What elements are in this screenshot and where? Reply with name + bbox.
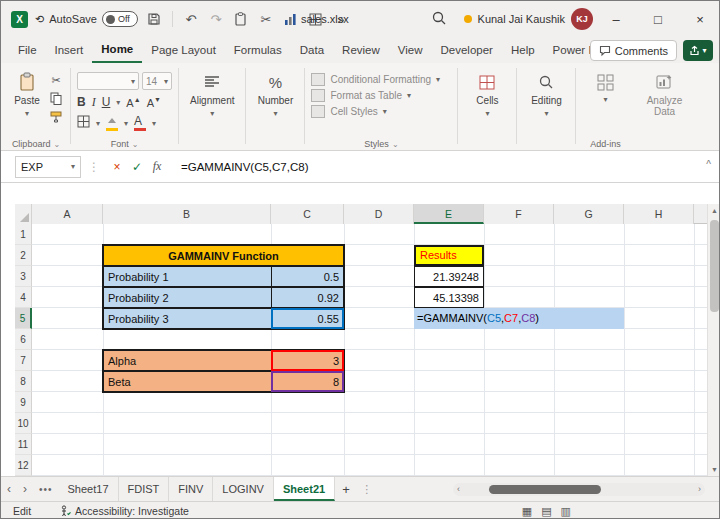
sheet-more-icon[interactable]: ••• — [39, 484, 53, 495]
scroll-down-icon[interactable]: ▼ — [708, 463, 720, 476]
cell-B5[interactable]: Probability 3 — [103, 308, 272, 329]
cells-button[interactable]: Cells ▾ — [464, 67, 510, 118]
account-chip[interactable]: Kunal Jai Kaushik KJ — [464, 1, 593, 37]
column-header-C[interactable]: C — [271, 204, 344, 224]
tab-help[interactable]: Help — [502, 37, 544, 63]
tab-review[interactable]: Review — [333, 37, 389, 63]
alignment-button[interactable]: Alignment ▾ — [185, 67, 239, 118]
comments-button[interactable]: Comments — [590, 40, 677, 61]
column-header-G[interactable]: G — [554, 204, 624, 224]
cell-E5-edit[interactable]: =GAMMAINV(C5,C7,C8) — [414, 308, 624, 329]
tab-developer[interactable]: Developer — [432, 37, 502, 63]
formula-bar-handle[interactable]: ⋮ — [88, 160, 100, 174]
analyze-data-button[interactable]: Analyze Data — [638, 67, 690, 117]
cell-E3[interactable]: 21.39248 — [414, 266, 484, 287]
tab-home[interactable]: Home — [92, 37, 142, 63]
sheet-tab-sheet21[interactable]: Sheet21 — [274, 477, 335, 501]
paste-button[interactable]: Paste ▾ — [8, 67, 46, 118]
autosave-control[interactable]: ⟲ AutoSave Off — [35, 11, 138, 27]
cell-B8[interactable]: Beta — [103, 371, 272, 392]
row-header-10[interactable]: 10 — [15, 413, 32, 434]
save-icon[interactable] — [145, 10, 163, 28]
dialog-launcher-icon[interactable]: ⌄ — [53, 140, 60, 149]
sheet-tab-fdist[interactable]: FDIST — [119, 477, 170, 501]
maximize-button[interactable]: □ — [637, 1, 679, 37]
sheet-nav-right-icon[interactable]: › — [17, 482, 33, 496]
row-header-9[interactable]: 9 — [15, 392, 32, 413]
chart-qat-icon[interactable] — [282, 10, 300, 28]
column-header-F[interactable]: F — [484, 204, 554, 224]
chevron-down-icon[interactable]: ▾ — [116, 98, 120, 107]
column-header-B[interactable]: B — [103, 204, 271, 224]
row-header-12[interactable]: 12 — [15, 455, 32, 476]
cell-B7[interactable]: Alpha — [103, 350, 272, 371]
column-header-H[interactable]: H — [624, 204, 694, 224]
sheet-nav-left-icon[interactable]: ‹ — [1, 482, 17, 496]
editing-button[interactable]: Editing ▾ — [523, 67, 569, 118]
row-header-3[interactable]: 3 — [15, 266, 32, 287]
format-as-table-button[interactable]: Format as Table ▾ — [311, 89, 440, 102]
search-icon[interactable] — [431, 10, 447, 30]
paste-qat-icon[interactable] — [232, 10, 250, 28]
redo-icon[interactable]: ↷ — [207, 10, 225, 28]
chevron-down-icon[interactable]: ▾ — [124, 119, 128, 128]
row-header-2[interactable]: 2 — [15, 245, 32, 266]
column-header-A[interactable]: A — [32, 204, 103, 224]
sheet-tab-sheet17[interactable]: Sheet17 — [59, 477, 119, 501]
tab-view[interactable]: View — [389, 37, 432, 63]
collapse-formula-bar-icon[interactable]: ^ — [706, 159, 711, 170]
cell-E2[interactable]: Results — [414, 245, 484, 266]
row-header-7[interactable]: 7 — [15, 350, 32, 371]
share-button[interactable]: ▾ — [683, 40, 713, 61]
horizontal-scrollbar-thumb[interactable] — [489, 485, 601, 494]
vertical-scrollbar-thumb[interactable] — [710, 220, 719, 312]
page-break-view-icon[interactable]: ▥ — [561, 505, 571, 518]
format-painter-icon[interactable] — [48, 110, 64, 123]
page-layout-view-icon[interactable]: ▤ — [541, 505, 551, 518]
name-box[interactable]: EXP ▾ — [15, 156, 81, 178]
column-header-D[interactable]: D — [344, 204, 414, 224]
addins-button[interactable]: ▾ — [582, 67, 628, 104]
tab-formulas[interactable]: Formulas — [225, 37, 291, 63]
minimize-button[interactable]: – — [595, 1, 637, 37]
tab-page-layout[interactable]: Page Layout — [142, 37, 225, 63]
confirm-entry-button[interactable]: ✓ — [127, 156, 147, 178]
cell-C8[interactable]: 8 — [271, 371, 344, 392]
insert-function-button[interactable]: fx — [147, 156, 167, 178]
tab-insert[interactable]: Insert — [46, 37, 93, 63]
row-header-1[interactable]: 1 — [15, 224, 32, 245]
vertical-scrollbar[interactable]: ▲ ▼ — [707, 204, 720, 476]
autosave-toggle[interactable]: Off — [102, 11, 138, 27]
grow-font-button[interactable]: A▲ — [126, 96, 140, 109]
cell-styles-button[interactable]: Cell Styles ▾ — [311, 105, 440, 118]
row-header-6[interactable]: 6 — [15, 329, 32, 350]
tab-data[interactable]: Data — [291, 37, 333, 63]
row-header-4[interactable]: 4 — [15, 287, 32, 308]
accessibility-status[interactable]: Accessibility: Investigate — [59, 505, 189, 517]
cell-B3[interactable]: Probability 1 — [103, 266, 272, 287]
cancel-entry-button[interactable]: × — [107, 156, 127, 178]
scroll-right-icon[interactable]: › — [698, 483, 701, 496]
shrink-font-button[interactable]: A▼ — [147, 96, 161, 109]
tabbar-splitter[interactable]: ⋮ — [361, 483, 372, 496]
undo-icon[interactable]: ↶ — [182, 10, 200, 28]
scroll-up-icon[interactable]: ▲ — [708, 204, 720, 217]
cell-C3[interactable]: 0.5 — [271, 266, 344, 287]
sheet-tab-finv[interactable]: FINV — [169, 477, 213, 501]
borders-button[interactable] — [77, 115, 90, 131]
fill-color-button[interactable] — [106, 116, 118, 131]
font-color-button[interactable]: A — [134, 116, 146, 131]
cell-B2[interactable]: GAMMAINV Function — [103, 245, 344, 266]
row-header-8[interactable]: 8 — [15, 371, 32, 392]
font-size-select[interactable]: 14▾ — [142, 72, 172, 90]
cell-E4[interactable]: 45.13398 — [414, 287, 484, 308]
close-button[interactable]: × — [679, 1, 720, 37]
normal-view-icon[interactable]: ▦ — [522, 505, 532, 518]
row-header-5[interactable]: 5 — [15, 308, 32, 329]
column-header-E[interactable]: E — [414, 204, 484, 224]
select-all-corner[interactable] — [15, 204, 32, 224]
cell-C7[interactable]: 3 — [271, 350, 344, 371]
formula-input[interactable]: =GAMMAINV(C5,C7,C8) — [181, 161, 308, 173]
italic-button[interactable]: I — [92, 95, 96, 110]
copy-icon[interactable] — [48, 92, 64, 105]
